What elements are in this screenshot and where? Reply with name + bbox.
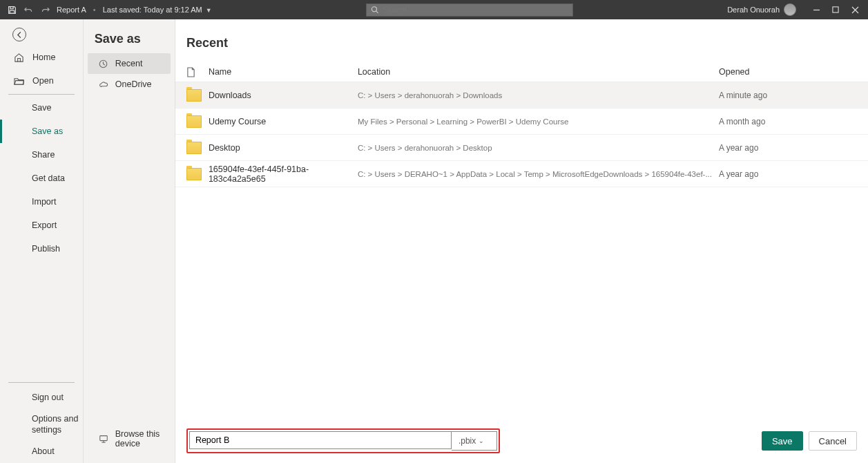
user-account[interactable]: Derah Onuorah	[727, 3, 802, 16]
row-opened: A year ago	[719, 169, 857, 179]
row-opened: A minute ago	[719, 91, 857, 100]
minimize-button[interactable]	[811, 5, 821, 15]
window-controls	[804, 5, 867, 15]
device-icon	[99, 434, 108, 444]
col-type	[186, 67, 209, 77]
cancel-button[interactable]: Cancel	[809, 431, 857, 451]
panel-title: Save as	[84, 19, 175, 53]
row-name: Desktop	[209, 143, 358, 153]
nav-share[interactable]: Share	[0, 143, 83, 167]
titlebar-divider: •	[93, 6, 96, 14]
browse-device[interactable]: Browse this device	[88, 428, 171, 449]
nav-open[interactable]: Open	[0, 69, 83, 93]
left-nav: Home Open Save Save as Share Get data Im…	[0, 19, 84, 463]
nav-save-as[interactable]: Save as	[0, 120, 83, 143]
nav-home-label: Home	[32, 53, 55, 62]
undo-icon[interactable]	[23, 5, 33, 15]
nav-save-as-label: Save as	[32, 126, 63, 136]
nav-divider-2	[8, 382, 75, 383]
titlebar-left: Report A • Last saved: Today at 9:12 AM …	[0, 5, 212, 15]
row-opened: A month ago	[719, 117, 857, 126]
nav-import[interactable]: Import	[0, 190, 83, 214]
row-location: My Files > Personal > Learning > PowerBI…	[358, 117, 719, 126]
col-location-header[interactable]: Location	[358, 67, 719, 77]
table-row[interactable]: Udemy Course My Files > Personal > Learn…	[175, 108, 868, 135]
folder-icon	[186, 168, 202, 180]
nav-open-label: Open	[32, 76, 54, 86]
close-button[interactable]	[850, 5, 860, 15]
user-name: Derah Onuorah	[727, 6, 780, 14]
nav-share-label: Share	[32, 150, 55, 160]
title-bar: Report A • Last saved: Today at 9:12 AM …	[0, 0, 868, 19]
avatar	[784, 3, 796, 16]
file-icon	[186, 67, 195, 77]
chevron-down-icon: ▼	[206, 7, 212, 14]
folder-icon	[186, 142, 202, 154]
cloud-icon	[99, 79, 108, 89]
home-icon	[14, 53, 24, 63]
save-button[interactable]: Save	[762, 431, 803, 451]
table-row[interactable]: 165904fe-43ef-445f-91ba-183c4a2a5e65 C: …	[175, 161, 868, 187]
nav-options-label: Options and settings	[32, 413, 83, 436]
main-title: Recent	[175, 19, 868, 63]
nav-import-label: Import	[32, 197, 56, 207]
folder-open-icon	[14, 76, 24, 86]
svg-rect-4	[100, 436, 108, 441]
nav-export[interactable]: Export	[0, 214, 83, 237]
row-location: C: > Users > DERAHO~1 > AppData > Local …	[358, 170, 719, 178]
folder-icon	[186, 115, 202, 128]
svg-rect-0	[10, 10, 15, 13]
nav-about-label: About	[32, 446, 55, 456]
back-button[interactable]	[12, 28, 26, 41]
nav-sign-out[interactable]: Sign out	[0, 386, 83, 409]
search-box[interactable]	[366, 3, 573, 17]
nav-divider	[8, 94, 75, 95]
saved-status[interactable]: Last saved: Today at 9:12 AM ▼	[103, 6, 212, 14]
row-location: C: > Users > derahonuorah > Downloads	[358, 91, 719, 100]
folder-icon	[186, 89, 202, 102]
row-name: Udemy Course	[209, 117, 358, 126]
extension-select[interactable]: .pbix ⌄	[452, 431, 497, 451]
titlebar-center	[212, 3, 727, 17]
nav-options[interactable]: Options and settings	[0, 409, 83, 440]
row-location: C: > Users > derahonuorah > Desktop	[358, 144, 719, 152]
nav-publish[interactable]: Publish	[0, 237, 83, 261]
row-name: Downloads	[209, 91, 358, 100]
locations-panel: Save as Recent OneDrive Browse this devi…	[84, 19, 175, 463]
table-row[interactable]: Desktop C: > Users > derahonuorah > Desk…	[175, 135, 868, 161]
svg-point-1	[372, 7, 376, 12]
nav-publish-label: Publish	[32, 244, 60, 254]
table-row[interactable]: Downloads C: > Users > derahonuorah > Do…	[175, 82, 868, 108]
filename-input[interactable]	[189, 431, 452, 449]
nav-get-data-label: Get data	[32, 173, 65, 183]
save-icon[interactable]	[7, 5, 17, 15]
search-input[interactable]	[383, 6, 568, 14]
clock-icon	[99, 59, 108, 68]
nav-save[interactable]: Save	[0, 96, 83, 120]
save-bar: .pbix ⌄ Save Cancel	[186, 428, 857, 453]
document-title: Report A	[57, 6, 86, 14]
nav-sign-out-label: Sign out	[32, 393, 64, 402]
row-name: 165904fe-43ef-445f-91ba-183c4a2a5e65	[209, 164, 358, 184]
search-icon	[371, 6, 378, 14]
save-button-label: Save	[772, 436, 793, 446]
location-onedrive[interactable]: OneDrive	[88, 74, 171, 95]
svg-rect-2	[833, 7, 838, 12]
extension-label: .pbix	[459, 436, 476, 446]
browse-device-label: Browse this device	[115, 429, 171, 448]
main-panel: Recent Name Location Opened Downloads C:…	[175, 19, 868, 463]
redo-icon[interactable]	[40, 5, 50, 15]
col-opened-header[interactable]: Opened	[719, 67, 857, 77]
nav-home[interactable]: Home	[0, 46, 83, 69]
location-recent-label: Recent	[115, 59, 143, 68]
left-nav-bottom: Sign out Options and settings About	[0, 381, 83, 464]
chevron-down-icon: ⌄	[479, 437, 484, 444]
maximize-button[interactable]	[831, 5, 840, 15]
row-opened: A year ago	[719, 143, 857, 153]
nav-get-data[interactable]: Get data	[0, 167, 83, 190]
location-recent[interactable]: Recent	[88, 53, 171, 74]
location-onedrive-label: OneDrive	[115, 79, 152, 89]
col-name-header[interactable]: Name	[209, 67, 358, 77]
nav-about[interactable]: About	[0, 440, 83, 463]
titlebar-right: Derah Onuorah	[727, 3, 868, 16]
